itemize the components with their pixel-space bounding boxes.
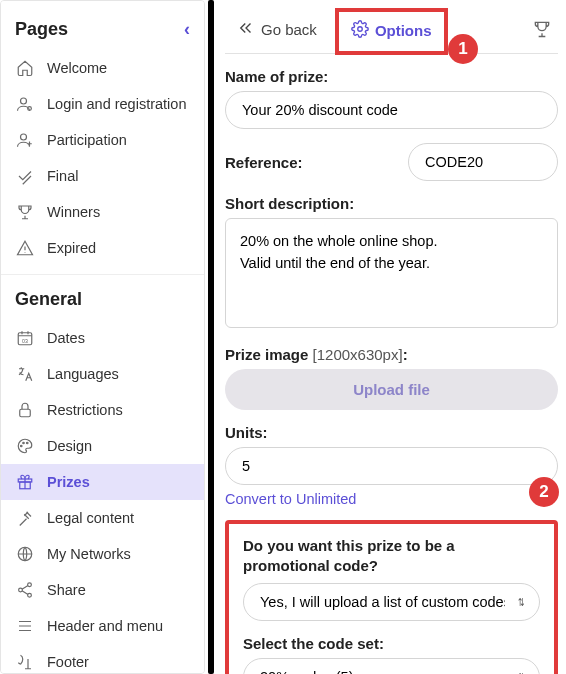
description-textarea[interactable]	[225, 218, 558, 328]
callout-badge-1: 1	[448, 34, 478, 64]
nav-label: Dates	[47, 330, 85, 346]
svg-point-0	[21, 98, 27, 104]
gear-icon	[351, 20, 369, 41]
nav-label: Footer	[47, 654, 89, 670]
globe-icon	[15, 544, 35, 564]
nav-label: Expired	[47, 240, 96, 256]
footer-icon	[15, 652, 35, 672]
translate-icon	[15, 364, 35, 384]
nav-item-legal-content[interactable]: Legal content	[1, 500, 204, 536]
svg-point-2	[21, 134, 27, 140]
main-panel: Go back Options Name of prize: Reference…	[217, 0, 566, 674]
nav-item-prizes[interactable]: Prizes	[1, 464, 204, 500]
nav-item-participation[interactable]: Participation	[1, 122, 204, 158]
nav-label: Restrictions	[47, 402, 123, 418]
nav-label: My Networks	[47, 546, 131, 562]
trophy-tab[interactable]	[526, 11, 558, 51]
user-plus-icon	[15, 94, 35, 114]
promo-code-section: Do you want this prize to be a promotion…	[225, 520, 558, 674]
gift-icon	[15, 472, 35, 492]
nav-item-footer[interactable]: Footer	[1, 644, 204, 674]
options-label: Options	[375, 22, 432, 39]
name-label: Name of prize:	[225, 68, 558, 85]
nav-label: Share	[47, 582, 86, 598]
nav-item-final[interactable]: Final	[1, 158, 204, 194]
nav-item-login-and-registration[interactable]: Login and registration	[1, 86, 204, 122]
nav-label: Legal content	[47, 510, 134, 526]
gavel-icon	[15, 508, 35, 528]
nav-item-winners[interactable]: Winners	[1, 194, 204, 230]
home-icon	[15, 58, 35, 78]
sidebar: Pages ‹ WelcomeLogin and registrationPar…	[0, 0, 205, 674]
trophy-icon	[15, 202, 35, 222]
svg-point-6	[21, 445, 23, 447]
nav-label: Winners	[47, 204, 100, 220]
palette-icon	[15, 436, 35, 456]
check-icon	[15, 166, 35, 186]
general-heading: General	[1, 283, 204, 320]
promo-question-label: Do you want this prize to be a promotion…	[243, 536, 540, 577]
nav-item-restrictions[interactable]: Restrictions	[1, 392, 204, 428]
codeset-select[interactable]: 20% codes (5)	[243, 658, 540, 675]
svg-point-7	[23, 442, 25, 444]
chevron-double-left-icon	[237, 19, 255, 40]
nav-label: Design	[47, 438, 92, 454]
go-back-tab[interactable]: Go back	[225, 11, 329, 50]
description-label: Short description:	[225, 195, 558, 212]
nav-label: Languages	[47, 366, 119, 382]
nav-item-share[interactable]: Share	[1, 572, 204, 608]
collapse-icon[interactable]: ‹	[184, 19, 190, 40]
prize-image-label: Prize image [1200x630px]:	[225, 346, 558, 363]
menu-icon	[15, 616, 35, 636]
promo-code-select[interactable]: Yes, I will upload a list of custom code…	[243, 583, 540, 621]
nav-item-my-networks[interactable]: My Networks	[1, 536, 204, 572]
nav-item-languages[interactable]: Languages	[1, 356, 204, 392]
pages-heading: Pages ‹	[1, 13, 204, 50]
nav-item-header-and-menu[interactable]: Header and menu	[1, 608, 204, 644]
nav-label: Welcome	[47, 60, 107, 76]
upload-file-button[interactable]: Upload file	[225, 369, 558, 410]
units-label: Units:	[225, 424, 558, 441]
nav-label: Final	[47, 168, 78, 184]
callout-badge-2: 2	[529, 477, 559, 507]
svg-rect-5	[20, 409, 31, 417]
nav-label: Prizes	[47, 474, 90, 490]
codeset-label: Select the code set:	[243, 635, 540, 652]
nav-item-design[interactable]: Design	[1, 428, 204, 464]
nav-label: Participation	[47, 132, 127, 148]
convert-unlimited-link[interactable]: Convert to Unlimited	[225, 491, 356, 507]
go-back-label: Go back	[261, 21, 317, 38]
user-add-icon	[15, 130, 35, 150]
prize-name-input[interactable]	[225, 91, 558, 129]
nav-label: Header and menu	[47, 618, 163, 634]
reference-label: Reference:	[225, 154, 303, 171]
svg-point-8	[27, 442, 29, 444]
reference-input[interactable]	[408, 143, 558, 181]
nav-item-dates[interactable]: 03Dates	[1, 320, 204, 356]
top-tabs: Go back Options	[225, 4, 558, 54]
calendar-icon: 03	[15, 328, 35, 348]
lock-icon	[15, 400, 35, 420]
share-icon	[15, 580, 35, 600]
svg-text:03: 03	[22, 338, 28, 344]
nav-item-expired[interactable]: Expired	[1, 230, 204, 266]
units-input[interactable]	[225, 447, 558, 485]
nav-item-welcome[interactable]: Welcome	[1, 50, 204, 86]
options-tab[interactable]: Options	[335, 8, 448, 55]
warning-icon	[15, 238, 35, 258]
svg-point-15	[358, 27, 363, 32]
splitter[interactable]	[208, 0, 214, 674]
nav-label: Login and registration	[47, 96, 186, 112]
